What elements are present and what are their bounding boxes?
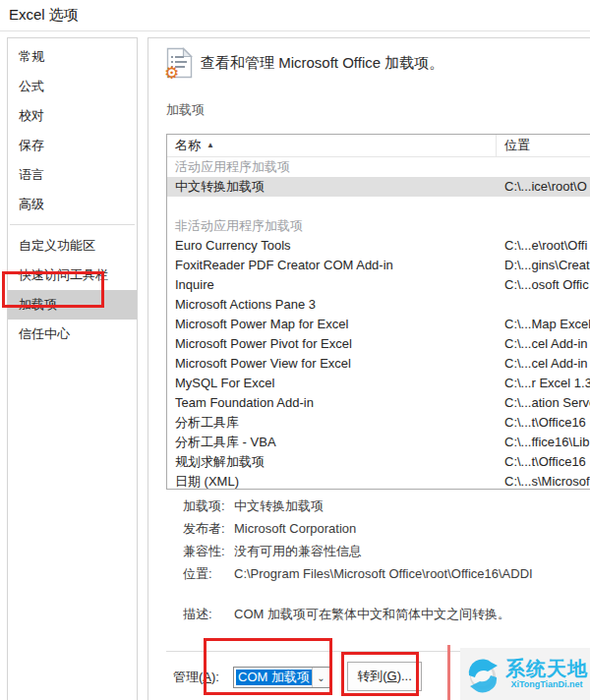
watermark-subtitle: XiTongTianDi.net — [505, 679, 588, 690]
table-row[interactable]: Euro Currency ToolsC:\...e\root\Offi — [167, 236, 590, 256]
page-title: 查看和管理 Microsoft Office 加载项。 — [201, 54, 443, 73]
column-header-name[interactable]: 名称▲ — [167, 135, 497, 156]
table-row[interactable]: Microsoft Power View for ExcelC:\...cel … — [167, 354, 590, 374]
sort-ascending-icon: ▲ — [206, 141, 214, 149]
xitongtiandi-swirl-icon — [462, 654, 503, 695]
excel-options-dialog: Excel 选项 常规 公式 校对 保存 语言 高级 自定义功能区 快速访问工具… — [0, 0, 590, 700]
name-header-label: 名称 — [175, 138, 201, 152]
section-label-addins: 加载项 — [166, 101, 205, 119]
column-header-location[interactable]: 位置 — [497, 135, 590, 156]
table-row-selected[interactable]: 中文转换加载项C:\...ice\root\O — [167, 177, 590, 197]
title-separator — [0, 30, 590, 31]
table-row[interactable]: Microsoft Power Map for ExcelC:\...Map E… — [167, 315, 590, 334]
dialog-title: Excel 选项 — [9, 6, 79, 25]
table-row[interactable]: 分析工具库 - VBAC:\...ffice16\Lib — [167, 433, 590, 452]
detail-row-location: 位置:C:\Program Files\Microsoft Office\roo… — [183, 562, 590, 585]
gear-icon: ⚙ — [164, 65, 179, 82]
sidebar-item-add-ins[interactable]: 加载项 — [8, 290, 137, 320]
watermark-logo: 系统天地 XiTongTianDi.net — [460, 648, 590, 700]
table-header: 名称▲ 位置 — [167, 135, 590, 157]
table-row[interactable]: 日期 (XML)C:\...s\Microsof — [167, 472, 590, 490]
detail-row-publisher: 发布者:Microsoft Corporation — [183, 517, 590, 540]
table-row[interactable]: FoxitReader PDF Creator COM Add-inD:\...… — [167, 256, 590, 275]
addin-details: 加载项:中文转换加载项 发布者:Microsoft Corporation 兼容… — [183, 495, 590, 625]
sidebar-item-formulas[interactable]: 公式 — [8, 72, 137, 101]
table-row[interactable]: Microsoft Actions Pane 3 — [167, 295, 590, 315]
sidebar-item-language[interactable]: 语言 — [8, 160, 137, 190]
table-row-spacer — [167, 197, 590, 216]
addins-document-gear-icon: ⚙ — [166, 47, 193, 79]
goto-button[interactable]: 转到(G)... — [347, 662, 422, 691]
chevron-down-icon[interactable]: ⌄ — [312, 668, 329, 687]
page-header: ⚙ 查看和管理 Microsoft Office 加载项。 — [166, 46, 443, 80]
detail-row-compatibility: 兼容性:没有可用的兼容性信息 — [183, 540, 590, 562]
table-row[interactable]: InquireC:\...osoft Offic — [167, 275, 590, 295]
table-row[interactable]: Team Foundation Add-inC:\...ation Serve — [167, 393, 590, 413]
sidebar-item-trust-center[interactable]: 信任中心 — [8, 320, 137, 349]
table-group-row: 非活动应用程序加载项 — [167, 216, 590, 236]
table-row[interactable]: 规划求解加载项C:\...t\Office16 — [167, 452, 590, 472]
detail-row-addin: 加载项:中文转换加载项 — [183, 495, 590, 517]
manage-dropdown-value: COM 加载项 — [236, 670, 312, 685]
manage-dropdown[interactable]: COM 加载项 ⌄ — [233, 667, 330, 688]
sidebar-item-quick-access-toolbar[interactable]: 快速访问工具栏 — [8, 261, 137, 290]
detail-row-description: 描述:COM 加载项可在繁体中文和简体中文之间转换。 — [183, 603, 590, 625]
sidebar-divider — [10, 224, 135, 225]
sidebar-item-save[interactable]: 保存 — [8, 131, 137, 160]
sidebar-item-general[interactable]: 常规 — [8, 42, 137, 72]
watermark-title: 系统天地 — [505, 658, 588, 679]
annotation-partial-line — [447, 645, 450, 700]
table-row[interactable]: Microsoft Power Pivot for ExcelC:\...cel… — [167, 334, 590, 354]
manage-label: 管理(A): — [173, 667, 219, 688]
sidebar-item-proofing[interactable]: 校对 — [8, 101, 137, 131]
sidebar-item-customize-ribbon[interactable]: 自定义功能区 — [8, 231, 137, 261]
main-panel: ⚙ 查看和管理 Microsoft Office 加载项。 加载项 名称▲ 位置… — [148, 37, 590, 700]
table-group-row: 活动应用程序加载项 — [167, 157, 590, 177]
addins-table: 名称▲ 位置 活动应用程序加载项 中文转换加载项C:\...ice\root\O… — [166, 134, 590, 490]
sidebar-item-advanced[interactable]: 高级 — [8, 190, 137, 219]
table-row[interactable]: 分析工具库C:\...t\Office16 — [167, 413, 590, 433]
sidebar: 常规 公式 校对 保存 语言 高级 自定义功能区 快速访问工具栏 加载项 信任中… — [7, 37, 138, 700]
table-row[interactable]: MySQL For ExcelC:\...r Excel 1.3 — [167, 374, 590, 393]
